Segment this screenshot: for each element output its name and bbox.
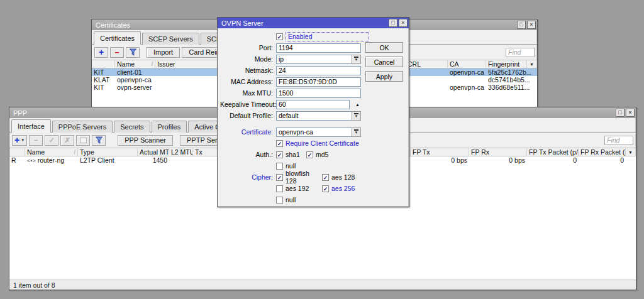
cipher-row-3: null — [218, 194, 409, 205]
cell-flags: KIT — [92, 68, 115, 76]
col-fingerprint[interactable]: Fingerprint — [486, 60, 527, 68]
close-button[interactable]: × — [527, 21, 536, 29]
check-icon: ✓ — [277, 34, 282, 40]
filter-icon — [96, 136, 103, 144]
column-select-button[interactable]: ▼ — [626, 148, 636, 156]
col-fp-tx-packet-label: FP Tx Packet (p/s) — [529, 148, 579, 156]
auth-sha1-checkbox[interactable]: ✓ — [276, 151, 283, 158]
netmask-field[interactable] — [276, 66, 361, 75]
col-fp-rx[interactable]: FP Rx — [469, 148, 527, 156]
ppp-title: PPP — [13, 109, 27, 117]
default-profile-field[interactable] — [276, 111, 352, 121]
add-button[interactable]: + — [94, 47, 108, 58]
auth-null-checkbox[interactable] — [276, 163, 283, 170]
filter-button[interactable] — [92, 135, 106, 146]
up-arrow-icon[interactable]: ▲ — [355, 102, 360, 107]
col-actual-mtu[interactable]: Actual MTU — [138, 148, 169, 156]
cell-fp-tx: 0 bps — [411, 156, 469, 164]
ovpn-server-dialog: OVPN Server □ × ✓ Enabled Port: Mode: ▼ … — [217, 17, 409, 207]
col-l2-mtu[interactable]: L2 MTU — [169, 148, 193, 156]
auth-md5-label: md5 — [316, 151, 328, 158]
cell-l2-mtu — [169, 156, 193, 164]
tab-secrets[interactable]: Secrets — [114, 121, 150, 133]
dropdown-arrow-icon: ▼ — [355, 58, 358, 62]
cipher-aes128-label: aes 128 — [331, 173, 355, 181]
apply-button[interactable]: Apply — [365, 71, 403, 82]
mode-dropdown-button[interactable]: ▼ — [352, 55, 361, 64]
cipher-null-checkbox[interactable] — [276, 197, 283, 204]
mode-field[interactable] — [276, 55, 352, 64]
remove-button[interactable]: − — [110, 47, 124, 58]
keepalive-timeout-field[interactable] — [276, 100, 350, 109]
disable-button[interactable]: ✗ — [60, 135, 74, 146]
cipher-aes256-label: aes 256 — [331, 185, 355, 192]
certificate-field[interactable] — [276, 128, 352, 137]
mode-combo: ▼ — [276, 55, 361, 64]
tab-pppoe-servers[interactable]: PPPoE Servers — [52, 121, 113, 133]
cipher-aes256-checkbox[interactable]: ✓ — [322, 185, 329, 192]
interface-name: router-ng — [38, 156, 65, 164]
col-name[interactable]: Name/ — [115, 60, 155, 68]
cipher-aes192-checkbox[interactable] — [276, 185, 283, 192]
cipher-aes192-label: aes 192 — [286, 185, 322, 192]
col-fp-tx-packet[interactable]: FP Tx Packet (p/s) — [527, 148, 579, 156]
check-icon: ✓ — [323, 175, 328, 181]
remove-button[interactable]: − — [29, 135, 43, 146]
import-button[interactable]: Import — [147, 47, 180, 58]
cipher-aes128-checkbox[interactable]: ✓ — [322, 174, 329, 181]
tab-interface[interactable]: Interface — [11, 119, 51, 133]
cell-fingerprint: dc5741b4b5... — [486, 76, 537, 84]
mac-address-label: MAC Address: — [220, 78, 273, 85]
default-profile-dropdown-button[interactable]: ▼ — [352, 111, 361, 121]
default-profile-label: Default Profile: — [220, 112, 273, 119]
column-select-button[interactable]: ▼ — [527, 60, 537, 68]
maximize-button[interactable]: □ — [389, 19, 397, 27]
add-button[interactable]: + ▼ — [12, 135, 27, 146]
maximize-button[interactable]: □ — [616, 109, 625, 117]
mac-address-field[interactable] — [276, 77, 361, 87]
cell-type: L2TP Client — [78, 156, 138, 164]
col-flags[interactable] — [92, 60, 115, 68]
ppp-scanner-button[interactable]: PPP Scanner — [118, 135, 173, 146]
col-fp-rx-packet[interactable]: FP Rx Packet (p/s) — [579, 148, 626, 156]
sort-icon: / — [74, 149, 75, 155]
auth-row-1: Auth.: ✓ sha1 ✓ md5 — [218, 149, 409, 160]
filter-button[interactable] — [126, 47, 140, 58]
auth-md5-checkbox[interactable]: ✓ — [306, 151, 313, 158]
col-crl[interactable]: CRL — [406, 60, 448, 68]
find-input[interactable] — [604, 136, 633, 145]
max-mtu-field[interactable] — [276, 89, 361, 98]
cell-fingerprint: 336d68e511... — [486, 84, 537, 91]
port-field[interactable] — [276, 43, 361, 53]
col-flags[interactable] — [9, 148, 25, 156]
maximize-icon: □ — [391, 19, 394, 26]
comment-button[interactable] — [76, 135, 90, 146]
close-button[interactable]: × — [626, 109, 635, 117]
filter-icon — [130, 48, 136, 56]
cell-name: openvpn-ca — [115, 76, 155, 84]
default-profile-combo: ▼ — [276, 111, 361, 121]
close-button[interactable]: × — [399, 19, 408, 27]
enable-button[interactable]: ✓ — [45, 135, 58, 146]
col-type[interactable]: Type — [78, 148, 138, 156]
enabled-checkbox[interactable]: ✓ — [276, 33, 283, 40]
col-fp-tx[interactable]: FP Tx — [411, 148, 469, 156]
auth-label: Auth.: — [220, 151, 273, 158]
tab-profiles[interactable]: Profiles — [152, 121, 187, 133]
tab-certificates[interactable]: Certificates — [94, 31, 141, 45]
ovpn-titlebar[interactable]: OVPN Server □ × — [218, 18, 409, 28]
find-input[interactable] — [506, 48, 535, 57]
certificates-title: Certificates — [96, 21, 130, 29]
require-client-certificate-checkbox[interactable]: ✓ — [276, 140, 283, 147]
col-ca-label: CA — [450, 60, 459, 68]
certificate-dropdown-button[interactable]: ▼ — [352, 128, 361, 137]
maximize-button[interactable]: □ — [517, 21, 526, 29]
col-name[interactable]: Name/ — [25, 148, 78, 156]
tab-scep-servers[interactable]: SCEP Servers — [142, 33, 199, 45]
ok-button[interactable]: OK — [365, 42, 403, 53]
col-ca[interactable]: CA — [448, 60, 486, 68]
col-fingerprint-label: Fingerprint — [488, 60, 519, 68]
keepalive-timeout-row: Keepalive Timeout: ▲ — [218, 99, 409, 110]
cipher-blowfish128-checkbox[interactable]: ✓ — [276, 174, 283, 181]
cancel-button[interactable]: Cancel — [365, 57, 403, 67]
